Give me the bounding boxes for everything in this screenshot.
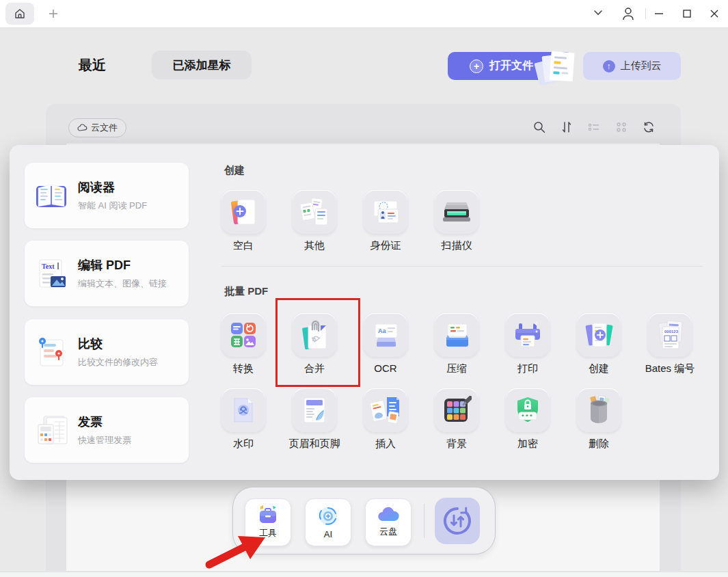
feature-title: 比较 <box>78 336 158 352</box>
sort-arrows-icon <box>560 120 574 134</box>
grid-view-button[interactable] <box>615 120 628 134</box>
maximize-button[interactable] <box>682 8 692 19</box>
feature-card-reader[interactable]: 阅读器 智能 AI 阅读 PDF <box>25 163 189 228</box>
tools-panel: 阅读器 智能 AI 阅读 PDF Text 编辑 PDF 编辑文本、图像、链接 <box>10 145 719 480</box>
home-tab[interactable] <box>5 3 34 25</box>
tool-tile-background[interactable]: 背景 <box>421 388 492 451</box>
tools-briefcase-icon <box>258 505 278 524</box>
plus-icon <box>48 8 59 19</box>
search-button[interactable] <box>532 120 546 134</box>
tile-label: OCR <box>374 362 396 374</box>
upload-arrow-icon: ↑ <box>603 60 615 72</box>
open-file-label: 打开文件 <box>489 59 533 73</box>
titlebar-divider <box>645 8 646 19</box>
documents-illustration <box>534 51 578 85</box>
annotation-arrow <box>202 533 271 572</box>
list-view-button[interactable] <box>587 120 601 134</box>
tab-starred[interactable]: 已添加星标 <box>152 51 252 79</box>
compare-icon <box>34 336 68 368</box>
dock-item-ai[interactable]: AI <box>305 498 351 546</box>
ai-icon <box>318 506 338 526</box>
new-tab-button[interactable] <box>46 7 60 21</box>
feature-card-edit-pdf[interactable]: Text 编辑 PDF 编辑文本、图像、链接 <box>25 241 189 306</box>
feature-subtitle: 智能 AI 阅读 PDF <box>78 200 147 212</box>
delete-trash-icon <box>584 395 613 425</box>
account-button[interactable] <box>621 5 636 22</box>
feature-subtitle: 编辑文本、图像、链接 <box>78 278 167 290</box>
window-bottom-strip <box>0 572 728 577</box>
tile-label: 删除 <box>589 438 609 451</box>
refresh-icon <box>642 120 656 134</box>
section-label-create: 创建 <box>224 164 245 177</box>
tool-tile-delete[interactable]: 删除 <box>563 388 634 451</box>
maximize-icon <box>682 8 692 19</box>
search-icon <box>532 120 546 134</box>
tool-tile-encrypt[interactable]: * * * 加密 <box>492 388 563 451</box>
tool-tile-ocr[interactable]: Aa OCR <box>350 313 421 374</box>
person-icon <box>621 5 636 22</box>
dock-divider <box>424 504 424 538</box>
convert-icon <box>230 322 256 348</box>
upload-label: 上传到云 <box>621 59 662 72</box>
plus-circle-icon: + <box>470 59 483 73</box>
list-view-icon <box>587 120 601 134</box>
grid-view-icon <box>615 120 628 134</box>
tool-tile-convert[interactable]: 转换 <box>208 313 279 375</box>
other-documents-icon <box>300 198 329 226</box>
tile-label: 加密 <box>517 438 538 451</box>
sort-button[interactable] <box>560 120 574 134</box>
background-icon <box>442 396 472 425</box>
feature-card-compare[interactable]: 比较 比较文件的修改内容 <box>25 319 189 385</box>
encrypt-shield-icon: * * * <box>513 395 542 425</box>
dock-item-cloud-drive[interactable]: 云盘 <box>365 498 412 546</box>
id-card-icon <box>371 198 400 226</box>
ocr-icon: Aa <box>371 321 400 349</box>
tool-tile-compress[interactable]: 压缩 <box>421 313 492 375</box>
refresh-button[interactable] <box>642 120 656 134</box>
tool-tile-id-card[interactable]: 身份证 <box>350 190 421 252</box>
tile-label: 身份证 <box>370 239 401 252</box>
insert-icon <box>370 396 401 425</box>
dock-item-recent-transfers[interactable] <box>435 498 480 544</box>
tile-label: 水印 <box>233 438 254 451</box>
feature-title: 发票 <box>78 414 131 430</box>
open-file-button[interactable]: + 打开文件 <box>448 52 573 80</box>
cloud-icon <box>77 124 87 132</box>
feature-card-invoice[interactable]: 发票 快速管理发票 <box>25 397 189 463</box>
bates-number-icon: 000123 <box>656 320 684 350</box>
close-icon <box>709 8 720 19</box>
tab-recent[interactable]: 最近 <box>79 56 106 75</box>
upload-to-cloud-button[interactable]: ↑ 上传到云 <box>583 52 681 80</box>
tool-tile-bates-number[interactable]: 000123 Bates 编号 <box>634 313 705 375</box>
titlebar-dropdown-button[interactable] <box>593 10 603 16</box>
tool-tile-header-footer[interactable]: 页眉和页脚 <box>279 388 350 451</box>
tile-label: 打印 <box>517 362 538 375</box>
compress-icon <box>442 321 471 349</box>
scanner-icon <box>442 198 472 226</box>
create-document-icon <box>584 321 613 349</box>
tile-label: 压缩 <box>446 362 467 375</box>
tile-label: 背景 <box>446 438 467 451</box>
dock-item-label: 云盘 <box>379 526 397 538</box>
close-button[interactable] <box>709 8 720 19</box>
tool-tile-blank[interactable]: 空白 <box>208 190 279 252</box>
tool-tile-watermark[interactable]: 水印 <box>208 388 279 451</box>
reader-book-icon <box>34 180 68 211</box>
chevron-down-icon <box>593 10 603 16</box>
tool-tile-other[interactable]: 其他 <box>279 190 350 252</box>
print-icon <box>513 321 543 349</box>
feature-subtitle: 比较文件的修改内容 <box>78 356 158 368</box>
tile-label: 插入 <box>375 438 396 451</box>
tool-tile-create[interactable]: 创建 <box>563 313 634 375</box>
tool-tile-insert[interactable]: 插入 <box>350 388 421 451</box>
feature-title: 编辑 PDF <box>78 257 167 273</box>
cloud-files-label: 云文件 <box>91 122 118 134</box>
tile-label: 页眉和页脚 <box>289 438 340 451</box>
minimize-button[interactable] <box>653 8 664 19</box>
dock-item-label: AI <box>324 529 332 539</box>
tool-tile-print[interactable]: 打印 <box>492 313 563 375</box>
bottom-dock: 工具 AI 云盘 <box>232 487 496 554</box>
cloud-files-chip[interactable]: 云文件 <box>68 118 126 137</box>
tool-tile-scanner[interactable]: 扫描仪 <box>421 190 492 252</box>
minimize-icon <box>653 8 664 19</box>
